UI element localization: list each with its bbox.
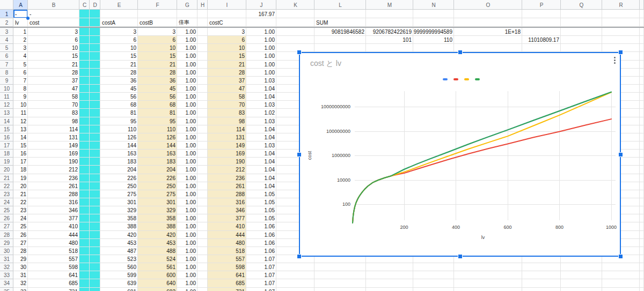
cell[interactable]: 167.97 <box>246 10 276 18</box>
column-header-O[interactable]: O <box>454 0 522 10</box>
cell[interactable] <box>197 247 208 255</box>
cell[interactable] <box>561 288 602 291</box>
cell[interactable]: 1.00 <box>177 174 197 182</box>
cell[interactable] <box>197 44 208 52</box>
cell[interactable]: 226 <box>100 174 138 182</box>
cell[interactable]: 410 <box>28 222 79 230</box>
cell[interactable] <box>640 271 644 279</box>
cell[interactable]: 101 <box>366 36 413 44</box>
cell[interactable]: 21 <box>28 61 79 69</box>
cell[interactable]: 731 <box>28 288 79 291</box>
cell[interactable] <box>602 36 640 44</box>
row-header[interactable]: 20 <box>0 166 13 174</box>
cell[interactable] <box>197 117 208 125</box>
cell[interactable]: 21 <box>100 61 138 69</box>
cell[interactable] <box>640 69 644 77</box>
cell[interactable] <box>454 271 522 279</box>
row-header[interactable]: 2 <box>0 18 13 27</box>
cell[interactable] <box>197 231 208 239</box>
cell[interactable]: 1.00 <box>177 214 197 222</box>
cell[interactable] <box>79 77 90 85</box>
cell[interactable] <box>90 255 100 263</box>
cell[interactable]: 6 <box>13 69 28 77</box>
cell[interactable] <box>454 279 522 287</box>
column-header-M[interactable]: M <box>366 0 413 10</box>
cell[interactable]: 1.06 <box>246 231 276 239</box>
cell[interactable]: 377 <box>208 214 246 222</box>
cell[interactable]: 557 <box>28 255 79 263</box>
cell[interactable]: 1 <box>13 28 28 36</box>
cell[interactable] <box>90 239 100 247</box>
row-header[interactable]: 22 <box>0 182 13 190</box>
cell[interactable] <box>90 288 100 291</box>
cell[interactable] <box>454 44 522 52</box>
cell[interactable] <box>640 109 644 117</box>
cell[interactable]: 1.00 <box>177 101 197 109</box>
row-header[interactable]: 21 <box>0 174 13 182</box>
cell[interactable] <box>640 93 644 101</box>
cell[interactable]: 25 <box>13 222 28 230</box>
cell[interactable] <box>314 288 366 291</box>
cell[interactable] <box>79 247 90 255</box>
cell[interactable]: 15 <box>13 141 28 150</box>
cell[interactable] <box>276 271 314 279</box>
selection-fill-handle[interactable] <box>26 17 30 20</box>
cell[interactable]: 149 <box>28 141 79 150</box>
cell[interactable]: 31 <box>13 271 28 279</box>
cell[interactable] <box>197 125 208 133</box>
cell[interactable] <box>90 85 100 93</box>
cell[interactable] <box>79 222 90 230</box>
cell[interactable]: 1.00 <box>246 61 276 69</box>
cell[interactable]: 169 <box>208 150 246 158</box>
column-header-P[interactable]: P <box>522 0 561 10</box>
cell[interactable]: 212 <box>208 166 246 174</box>
cell[interactable]: 1.00 <box>177 125 197 133</box>
cell[interactable]: 1.00 <box>177 28 197 36</box>
cell[interactable] <box>197 288 208 291</box>
cell[interactable]: 212 <box>28 166 79 174</box>
cell[interactable] <box>79 214 90 222</box>
cell[interactable]: 6 <box>208 36 246 44</box>
cell[interactable]: 236 <box>208 174 246 182</box>
cell[interactable] <box>197 263 208 271</box>
chart[interactable]: cost と lv 100100001000000100000000100000… <box>299 52 621 257</box>
cell[interactable] <box>640 247 644 255</box>
cell[interactable]: 377 <box>28 214 79 222</box>
cell[interactable]: 1.00 <box>177 198 197 206</box>
cell[interactable]: 641 <box>208 271 246 279</box>
cell[interactable] <box>79 85 90 93</box>
cell[interactable] <box>90 271 100 279</box>
cell[interactable] <box>197 109 208 117</box>
cell[interactable] <box>197 166 208 174</box>
cell[interactable]: 68 <box>100 101 138 109</box>
cell[interactable] <box>79 125 90 133</box>
cell[interactable]: 95 <box>138 117 177 125</box>
cell[interactable]: 95 <box>100 117 138 125</box>
cell[interactable]: 1.00 <box>177 85 197 93</box>
cell[interactable] <box>197 255 208 263</box>
header-cell-SUM[interactable]: SUM <box>314 18 366 27</box>
cell[interactable]: 261 <box>28 182 79 190</box>
cell[interactable]: 83 <box>208 109 246 117</box>
row-header[interactable]: 25 <box>0 206 13 214</box>
cell[interactable]: 444 <box>208 231 246 239</box>
cell[interactable]: 56 <box>138 93 177 101</box>
cell[interactable]: 561 <box>138 263 177 271</box>
cell[interactable]: 68 <box>138 101 177 109</box>
cell[interactable]: 190 <box>208 158 246 166</box>
cell[interactable] <box>90 93 100 101</box>
cell[interactable]: 261 <box>208 182 246 190</box>
cell[interactable]: 21 <box>208 61 246 69</box>
cell[interactable]: 1.00 <box>177 206 197 214</box>
cell[interactable]: 275 <box>138 190 177 198</box>
cell[interactable] <box>90 10 100 18</box>
cell[interactable] <box>90 117 100 125</box>
resize-handle-left-middle[interactable] <box>297 153 301 156</box>
cell[interactable]: 480 <box>208 239 246 247</box>
cell[interactable] <box>522 10 561 18</box>
row-header[interactable]: 1 <box>0 10 13 18</box>
cell[interactable] <box>602 279 640 287</box>
cell[interactable] <box>640 117 644 125</box>
cell[interactable] <box>522 288 561 291</box>
row-header[interactable]: 15 <box>0 125 13 133</box>
